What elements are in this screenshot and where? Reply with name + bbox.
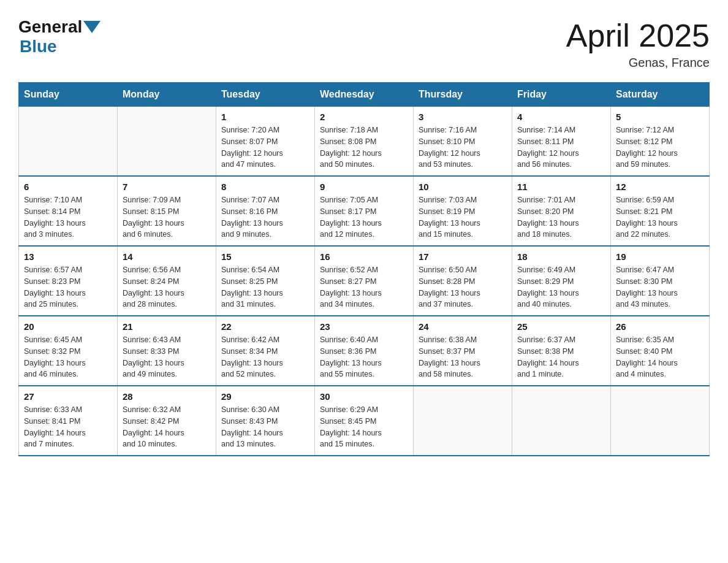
calendar-table: SundayMondayTuesdayWednesdayThursdayFrid… <box>18 82 710 456</box>
day-number: 5 <box>616 112 704 122</box>
day-number: 6 <box>24 182 112 192</box>
day-info: Sunrise: 6:35 AM Sunset: 8:40 PM Dayligh… <box>616 334 704 380</box>
calendar-cell: 6Sunrise: 7:10 AM Sunset: 8:14 PM Daylig… <box>19 176 118 246</box>
day-info: Sunrise: 6:49 AM Sunset: 8:29 PM Dayligh… <box>517 264 605 310</box>
weekday-header-wednesday: Wednesday <box>315 83 414 107</box>
weekday-header-saturday: Saturday <box>611 83 710 107</box>
calendar-body: 1Sunrise: 7:20 AM Sunset: 8:07 PM Daylig… <box>19 107 710 456</box>
day-info: Sunrise: 7:18 AM Sunset: 8:08 PM Dayligh… <box>320 124 408 170</box>
day-number: 17 <box>419 251 507 262</box>
calendar-cell: 18Sunrise: 6:49 AM Sunset: 8:29 PM Dayli… <box>512 246 611 316</box>
page-header: General Blue April 2025 Genas, France <box>18 18 710 70</box>
day-number: 29 <box>221 391 309 402</box>
month-title: April 2025 <box>566 18 710 53</box>
calendar-week-5: 27Sunrise: 6:33 AM Sunset: 8:41 PM Dayli… <box>19 386 710 456</box>
calendar-cell: 27Sunrise: 6:33 AM Sunset: 8:41 PM Dayli… <box>19 386 118 456</box>
location: Genas, France <box>566 56 710 70</box>
day-number: 4 <box>517 112 605 122</box>
calendar-cell <box>118 107 216 177</box>
weekday-header-friday: Friday <box>512 83 611 107</box>
day-info: Sunrise: 6:57 AM Sunset: 8:23 PM Dayligh… <box>24 264 112 310</box>
calendar-cell: 10Sunrise: 7:03 AM Sunset: 8:19 PM Dayli… <box>414 176 512 246</box>
calendar-cell: 4Sunrise: 7:14 AM Sunset: 8:11 PM Daylig… <box>512 107 611 177</box>
calendar-cell <box>19 107 118 177</box>
day-number: 30 <box>320 391 408 402</box>
day-number: 26 <box>616 321 704 332</box>
calendar-week-2: 6Sunrise: 7:10 AM Sunset: 8:14 PM Daylig… <box>19 176 710 246</box>
day-info: Sunrise: 7:14 AM Sunset: 8:11 PM Dayligh… <box>517 124 605 170</box>
day-number: 24 <box>419 321 507 332</box>
calendar-header: SundayMondayTuesdayWednesdayThursdayFrid… <box>19 83 710 107</box>
calendar-cell: 13Sunrise: 6:57 AM Sunset: 8:23 PM Dayli… <box>19 246 118 316</box>
day-info: Sunrise: 7:20 AM Sunset: 8:07 PM Dayligh… <box>221 124 309 170</box>
calendar-cell: 9Sunrise: 7:05 AM Sunset: 8:17 PM Daylig… <box>315 176 414 246</box>
weekday-header-monday: Monday <box>118 83 216 107</box>
day-info: Sunrise: 7:09 AM Sunset: 8:15 PM Dayligh… <box>123 194 211 240</box>
day-number: 1 <box>221 112 309 122</box>
calendar-cell: 5Sunrise: 7:12 AM Sunset: 8:12 PM Daylig… <box>611 107 710 177</box>
calendar-cell: 28Sunrise: 6:32 AM Sunset: 8:42 PM Dayli… <box>118 386 216 456</box>
day-number: 25 <box>517 321 605 332</box>
day-number: 10 <box>419 182 507 192</box>
day-info: Sunrise: 6:38 AM Sunset: 8:37 PM Dayligh… <box>419 334 507 380</box>
calendar-cell: 7Sunrise: 7:09 AM Sunset: 8:15 PM Daylig… <box>118 176 216 246</box>
calendar-cell: 17Sunrise: 6:50 AM Sunset: 8:28 PM Dayli… <box>414 246 512 316</box>
calendar-cell: 26Sunrise: 6:35 AM Sunset: 8:40 PM Dayli… <box>611 316 710 386</box>
day-info: Sunrise: 6:37 AM Sunset: 8:38 PM Dayligh… <box>517 334 605 380</box>
day-info: Sunrise: 6:42 AM Sunset: 8:34 PM Dayligh… <box>221 334 309 380</box>
calendar-cell: 12Sunrise: 6:59 AM Sunset: 8:21 PM Dayli… <box>611 176 710 246</box>
day-info: Sunrise: 6:47 AM Sunset: 8:30 PM Dayligh… <box>616 264 704 310</box>
calendar-cell: 1Sunrise: 7:20 AM Sunset: 8:07 PM Daylig… <box>216 107 315 177</box>
day-number: 2 <box>320 112 408 122</box>
calendar-cell: 8Sunrise: 7:07 AM Sunset: 8:16 PM Daylig… <box>216 176 315 246</box>
calendar-cell: 14Sunrise: 6:56 AM Sunset: 8:24 PM Dayli… <box>118 246 216 316</box>
day-number: 9 <box>320 182 408 192</box>
day-number: 13 <box>24 251 112 262</box>
logo-general: General <box>18 18 82 36</box>
calendar-cell: 30Sunrise: 6:29 AM Sunset: 8:45 PM Dayli… <box>315 386 414 456</box>
day-info: Sunrise: 6:54 AM Sunset: 8:25 PM Dayligh… <box>221 264 309 310</box>
day-info: Sunrise: 6:52 AM Sunset: 8:27 PM Dayligh… <box>320 264 408 310</box>
day-info: Sunrise: 7:16 AM Sunset: 8:10 PM Dayligh… <box>419 124 507 170</box>
day-number: 18 <box>517 251 605 262</box>
day-number: 28 <box>123 391 211 402</box>
day-info: Sunrise: 6:29 AM Sunset: 8:45 PM Dayligh… <box>320 404 408 450</box>
calendar-week-4: 20Sunrise: 6:45 AM Sunset: 8:32 PM Dayli… <box>19 316 710 386</box>
logo-blue: Blue <box>18 37 57 56</box>
title-block: April 2025 Genas, France <box>566 18 710 70</box>
calendar-week-3: 13Sunrise: 6:57 AM Sunset: 8:23 PM Dayli… <box>19 246 710 316</box>
day-info: Sunrise: 7:07 AM Sunset: 8:16 PM Dayligh… <box>221 194 309 240</box>
day-info: Sunrise: 6:56 AM Sunset: 8:24 PM Dayligh… <box>123 264 211 310</box>
calendar-cell <box>512 386 611 456</box>
calendar-cell: 2Sunrise: 7:18 AM Sunset: 8:08 PM Daylig… <box>315 107 414 177</box>
day-info: Sunrise: 7:05 AM Sunset: 8:17 PM Dayligh… <box>320 194 408 240</box>
calendar-cell: 16Sunrise: 6:52 AM Sunset: 8:27 PM Dayli… <box>315 246 414 316</box>
day-info: Sunrise: 7:01 AM Sunset: 8:20 PM Dayligh… <box>517 194 605 240</box>
day-number: 3 <box>419 112 507 122</box>
day-info: Sunrise: 7:03 AM Sunset: 8:19 PM Dayligh… <box>419 194 507 240</box>
day-number: 11 <box>517 182 605 192</box>
day-number: 15 <box>221 251 309 262</box>
logo-triangle-icon <box>83 21 100 33</box>
weekday-header-thursday: Thursday <box>414 83 512 107</box>
day-number: 21 <box>123 321 211 332</box>
day-number: 23 <box>320 321 408 332</box>
day-info: Sunrise: 6:32 AM Sunset: 8:42 PM Dayligh… <box>123 404 211 450</box>
day-number: 27 <box>24 391 112 402</box>
calendar-cell <box>611 386 710 456</box>
day-number: 7 <box>123 182 211 192</box>
day-number: 22 <box>221 321 309 332</box>
logo: General Blue <box>18 18 100 56</box>
calendar-cell: 20Sunrise: 6:45 AM Sunset: 8:32 PM Dayli… <box>19 316 118 386</box>
day-number: 12 <box>616 182 704 192</box>
calendar-cell: 15Sunrise: 6:54 AM Sunset: 8:25 PM Dayli… <box>216 246 315 316</box>
day-number: 8 <box>221 182 309 192</box>
day-number: 19 <box>616 251 704 262</box>
calendar-cell: 23Sunrise: 6:40 AM Sunset: 8:36 PM Dayli… <box>315 316 414 386</box>
weekday-header-sunday: Sunday <box>19 83 118 107</box>
day-info: Sunrise: 6:50 AM Sunset: 8:28 PM Dayligh… <box>419 264 507 310</box>
day-info: Sunrise: 7:12 AM Sunset: 8:12 PM Dayligh… <box>616 124 704 170</box>
day-info: Sunrise: 6:43 AM Sunset: 8:33 PM Dayligh… <box>123 334 211 380</box>
day-info: Sunrise: 6:59 AM Sunset: 8:21 PM Dayligh… <box>616 194 704 240</box>
day-info: Sunrise: 7:10 AM Sunset: 8:14 PM Dayligh… <box>24 194 112 240</box>
